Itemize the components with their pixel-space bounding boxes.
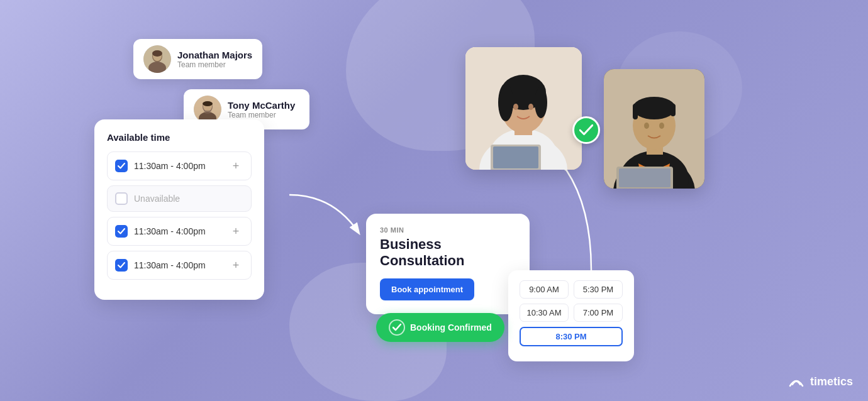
svg-point-19 [513, 104, 518, 110]
confirmed-check-circle [389, 319, 405, 336]
jonathan-team-card: Jonathan Majors Team member [133, 39, 262, 79]
time-row-4[interactable]: 11:30am - 4:00pm + [107, 251, 252, 280]
time-row-3[interactable]: 11:30am - 4:00pm + [107, 217, 252, 246]
checkbox-2[interactable] [115, 192, 128, 205]
slot-row-2: 10:30 AM 7:00 PM [520, 304, 623, 322]
tony-info: Tony McCarthy Team member [228, 100, 295, 119]
slot-1030am[interactable]: 10:30 AM [520, 304, 569, 322]
time-row-1[interactable]: 11:30am - 4:00pm + [107, 151, 252, 180]
svg-point-9 [203, 101, 213, 106]
jonathan-role: Team member [177, 60, 252, 69]
svg-rect-34 [619, 168, 670, 187]
plus-btn-1[interactable]: + [228, 158, 243, 173]
consultation-title: Business Consultation [380, 236, 516, 270]
svg-point-18 [535, 87, 547, 118]
slot-9am[interactable]: 9:00 AM [520, 280, 569, 299]
slot-row-1: 9:00 AM 5:30 PM [520, 280, 623, 299]
checkbox-4[interactable] [115, 259, 128, 272]
svg-rect-22 [493, 146, 538, 168]
available-time-panel: Available time 11:30am - 4:00pm + Unavai… [94, 119, 264, 300]
svg-point-4 [152, 50, 162, 57]
plus-btn-3[interactable]: + [228, 224, 243, 239]
check-badge [572, 116, 600, 144]
tony-name: Tony McCarthy [228, 100, 295, 111]
svg-point-31 [644, 123, 649, 129]
booking-confirmed-text: Booking Confirmed [410, 322, 492, 332]
timetics-logo-text: timetics [810, 375, 853, 388]
unavailable-label: Unavailable [134, 194, 243, 204]
time-label-1: 11:30am - 4:00pm [134, 161, 222, 171]
booking-confirmed-pill: Booking Confirmed [376, 313, 504, 342]
duration-label: 30 MIN [380, 226, 516, 234]
time-label-3: 11:30am - 4:00pm [134, 226, 222, 236]
jonathan-avatar [143, 45, 171, 73]
slot-830pm[interactable]: 8:30 PM [520, 327, 623, 346]
panel-title: Available time [107, 132, 252, 143]
time-row-2[interactable]: Unavailable [107, 185, 252, 212]
svg-point-28 [633, 97, 676, 119]
slot-530pm[interactable]: 5:30 PM [574, 280, 623, 299]
svg-point-20 [528, 104, 533, 110]
time-label-4: 11:30am - 4:00pm [134, 260, 222, 270]
timetics-logo: timetics [787, 375, 853, 388]
woman-photo-card [465, 47, 582, 170]
timetics-logo-icon [787, 375, 805, 388]
svg-point-10 [204, 110, 211, 114]
svg-rect-30 [670, 104, 676, 116]
checkbox-1[interactable] [115, 160, 128, 172]
man-photo-card [604, 69, 704, 189]
time-slots-card: 9:00 AM 5:30 PM 10:30 AM 7:00 PM 8:30 PM [508, 270, 634, 361]
tony-role: Team member [228, 111, 295, 119]
slot-row-3: 8:30 PM [520, 327, 623, 346]
checkbox-3[interactable] [115, 225, 128, 238]
woman-person [465, 47, 582, 170]
svg-point-17 [498, 84, 513, 121]
slot-7pm[interactable]: 7:00 PM [574, 304, 623, 322]
jonathan-name: Jonathan Majors [177, 50, 252, 60]
plus-btn-4[interactable]: + [228, 258, 243, 273]
book-appointment-button[interactable]: Book appointment [380, 278, 474, 300]
man-person [604, 69, 704, 189]
consultation-card: 30 MIN Business Consultation Book appoin… [366, 214, 530, 314]
jonathan-info: Jonathan Majors Team member [177, 50, 252, 69]
svg-point-32 [659, 123, 664, 129]
svg-rect-29 [633, 104, 638, 119]
